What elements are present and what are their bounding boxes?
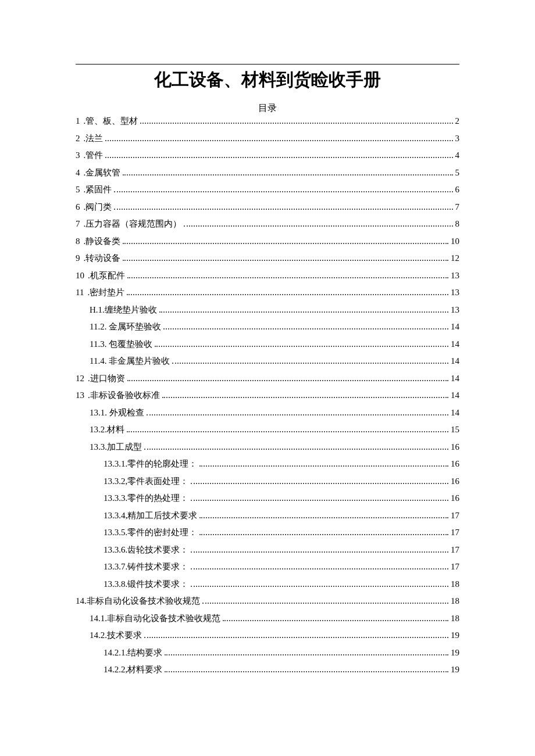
toc-leader-dots <box>199 512 448 518</box>
toc-leader-dots <box>105 135 452 141</box>
toc-leader-dots <box>165 666 448 672</box>
toc-leader-dots <box>127 375 448 381</box>
toc-row: 6.阀门类7 <box>76 203 459 212</box>
toc-page-number: 2 <box>455 117 460 126</box>
toc-leader-dots <box>184 220 452 227</box>
toc-row: 13.3.3.零件的热处理：16 <box>76 494 459 503</box>
toc-label: .管、板、型材 <box>84 117 138 126</box>
toc-label: 13.3.3.零件的热处理： <box>104 494 188 503</box>
toc-leader-dots <box>144 632 448 638</box>
toc-label: 13.1. 外观检查 <box>90 409 144 417</box>
toc-page-number: 17 <box>451 528 459 537</box>
toc-page-number: 16 <box>451 494 459 503</box>
toc-label: 13.3.2,零件表面处理： <box>104 477 188 486</box>
toc-label: 13.2.材料 <box>90 425 124 434</box>
toc-leader-dots <box>199 460 448 467</box>
toc-leader-dots <box>144 443 448 450</box>
toc-row: 9.转动设备12 <box>76 254 459 263</box>
toc-leader-dots <box>105 152 452 158</box>
toc-row: 13.3.7.铸件技术要求：17 <box>76 562 459 571</box>
toc-row: 13.1. 外观检查14 <box>76 409 459 417</box>
toc-row: 14.2.技术要求19 <box>76 631 459 640</box>
toc-row: H.1.缠绕垫片验收13 <box>76 306 459 314</box>
toc-row: 14.非标自动化设备技术验收规范18 <box>76 597 459 605</box>
toc-number: 6 <box>76 203 84 212</box>
toc-label: 13.3.7.铸件技术要求： <box>104 562 188 571</box>
toc-row: 7.压力容器（容规范围内）8 <box>76 220 459 228</box>
toc-page-number: 19 <box>451 665 459 674</box>
toc-label: .紧固件 <box>84 185 112 194</box>
toc-row: 13.3.4,精加工后技术要求17 <box>76 511 459 520</box>
toc-page-number: 14 <box>451 409 459 417</box>
toc-page-number: 8 <box>455 220 460 228</box>
document-page: 化工设备、材料到货睑收手册 目录 1.管、板、型材22.法兰33.管件44.金属… <box>0 0 535 756</box>
toc-page-number: 14 <box>451 340 459 349</box>
toc-page-number: 14 <box>451 357 459 366</box>
toc-row: 13.3.加工成型16 <box>76 443 459 452</box>
toc-leader-dots <box>199 529 448 535</box>
toc-leader-dots <box>127 289 448 295</box>
toc-page-number: 14 <box>451 374 459 383</box>
toc-row: 11.3. 包覆垫验收14 <box>76 340 459 349</box>
toc-page-number: 4 <box>455 151 460 160</box>
toc-page-number: 5 <box>455 169 460 177</box>
toc-page-number: 18 <box>451 597 459 605</box>
toc-page-number: 17 <box>451 511 459 520</box>
toc-leader-dots <box>123 255 448 261</box>
toc-label: 13.3.8.锻件技术要求： <box>104 580 188 589</box>
toc-page-number: 17 <box>451 562 459 571</box>
toc-number: 5 <box>76 185 84 194</box>
toc-page-number: 13 <box>451 288 459 297</box>
document-title: 化工设备、材料到货睑收手册 <box>76 68 459 92</box>
toc-number: 7 <box>76 220 84 228</box>
toc-leader-dots <box>159 306 448 313</box>
toc-row: 14.2.1.结构要求19 <box>76 648 459 657</box>
toc-leader-dots <box>114 186 452 192</box>
toc-number: 1 <box>76 117 84 126</box>
toc-number: 10 <box>76 271 88 280</box>
toc-number: 8 <box>76 237 84 246</box>
toc-label: .进口物资 <box>88 374 125 383</box>
toc-leader-dots <box>202 597 448 604</box>
toc-leader-dots <box>191 495 448 501</box>
toc-label: 14.2.2,材料要求 <box>104 665 162 674</box>
toc-row: 14.1.非标自动化设备技术验收规范18 <box>76 614 459 623</box>
toc-page-number: 19 <box>451 648 459 657</box>
toc-page-number: 16 <box>451 443 459 452</box>
toc-label: 13.3.4,精加工后技术要求 <box>104 511 197 520</box>
toc-leader-dots <box>140 117 452 124</box>
toc-page-number: 14 <box>451 391 459 400</box>
toc-leader-dots <box>172 357 448 364</box>
toc-label: .机泵配件 <box>88 271 125 280</box>
toc-label: 14.2.技术要求 <box>90 631 142 640</box>
toc-leader-dots <box>155 341 448 347</box>
toc-page-number: 7 <box>455 203 460 212</box>
toc-page-number: 16 <box>451 460 459 468</box>
toc-page-number: 19 <box>451 631 459 640</box>
toc-page-number: 6 <box>455 185 460 194</box>
toc-label: .静设备类 <box>84 237 121 246</box>
toc-leader-dots <box>191 546 448 553</box>
toc-leader-dots <box>163 323 448 329</box>
toc-label: H.1.缠绕垫片验收 <box>90 306 157 314</box>
toc-row: 2.法兰3 <box>76 134 459 143</box>
toc-label: 13.3.5.零件的密封处理： <box>104 528 197 537</box>
toc-label: 13.3.1.零件的轮廓处理： <box>104 460 197 468</box>
toc-row: 5.紧固件6 <box>76 185 459 194</box>
toc-row: 11 .密封垫片13 <box>76 288 459 297</box>
toc-label: .阀门类 <box>84 203 112 212</box>
toc-number: 9 <box>76 254 84 263</box>
toc-number: 11 <box>76 288 87 297</box>
toc-row: 8.静设备类10 <box>76 237 459 246</box>
toc-leader-dots <box>191 581 448 587</box>
toc-leader-dots <box>127 426 448 432</box>
toc-number: 13 <box>76 391 88 400</box>
toc-label: 14.非标自动化设备技术验收规范 <box>76 597 200 605</box>
toc-row: 12 .进口物资14 <box>76 374 459 383</box>
toc-page-number: 13 <box>451 306 459 314</box>
toc-label: 11.4. 非金属垫片验收 <box>90 357 170 366</box>
toc-page-number: 10 <box>451 237 459 246</box>
toc-page-number: 16 <box>451 477 459 486</box>
toc-page-number: 14 <box>451 323 459 331</box>
toc-row: 13.3.1.零件的轮廓处理：16 <box>76 460 459 468</box>
